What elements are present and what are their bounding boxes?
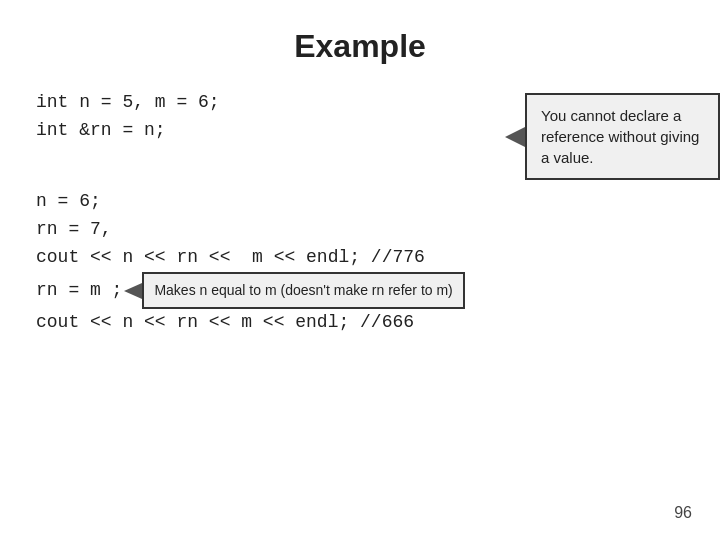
page-title: Example xyxy=(0,0,720,89)
code-line-4: rn = 7, xyxy=(36,216,720,244)
callout-box-2: Makes n equal to m (doesn't make rn refe… xyxy=(142,272,464,310)
code-line-7: cout << n << rn << m << endl; //666 xyxy=(36,309,720,337)
callout-box-1: You cannot declare a reference without g… xyxy=(525,93,720,180)
code-line-1: int n = 5, m = 6; xyxy=(36,89,507,117)
top-code-block: int n = 5, m = 6; int &rn = n; xyxy=(36,89,507,145)
code-line-5: cout << n << rn << m << endl; //776 xyxy=(36,244,720,272)
code-line-3: n = 6; xyxy=(36,188,720,216)
lower-code-block: n = 6; rn = 7, cout << n << rn << m << e… xyxy=(0,188,720,337)
rn-m-line: rn = m ; Makes n equal to m (doesn't mak… xyxy=(36,272,720,310)
code-line-2: int &rn = n; xyxy=(36,117,507,145)
page-number: 96 xyxy=(674,504,692,522)
code-line-6: rn = m ; xyxy=(36,277,122,305)
